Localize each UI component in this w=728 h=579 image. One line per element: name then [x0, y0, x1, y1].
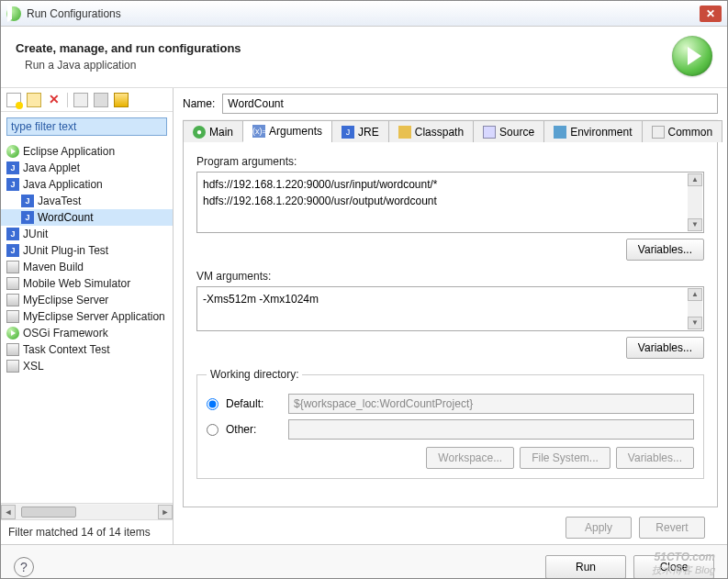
app-icon [6, 294, 19, 306]
tree-item-label: Task Context Test [23, 343, 110, 356]
page-subtitle: Run a Java application [25, 59, 672, 72]
tab-environment[interactable]: Environment [543, 120, 642, 142]
default-radio[interactable] [207, 398, 218, 410]
run-orb-icon [672, 36, 712, 76]
common-icon [652, 126, 665, 139]
tab-label: Source [499, 126, 534, 139]
tree-item-maven-build[interactable]: Maven Build [1, 259, 173, 275]
tab-main[interactable]: ●Main [183, 120, 243, 142]
tab-label: Arguments [269, 125, 322, 138]
scroll-up-icon[interactable]: ▲ [688, 288, 702, 301]
tree-item-label: MyEclipse Server [23, 294, 108, 306]
tree-item-eclipse-application[interactable]: Eclipse Application [1, 143, 173, 160]
tree-item-junit[interactable]: JJUnit [1, 226, 173, 242]
tree-item-java-applet[interactable]: JJava Applet [1, 160, 173, 176]
filter-input[interactable] [6, 117, 167, 136]
tab-label: Environment [570, 126, 632, 139]
jre-icon: J [342, 126, 354, 139]
other-label: Other: [226, 423, 281, 436]
name-label: Name: [183, 97, 215, 110]
env-icon [554, 126, 566, 139]
tree-item-myeclipse-server[interactable]: MyEclipse Server [1, 292, 173, 308]
program-args-variables-button[interactable]: Variables... [626, 239, 704, 261]
filter-icon[interactable] [114, 93, 129, 107]
tree-item-label: WordCount [38, 211, 93, 224]
expand-all-icon[interactable] [73, 93, 88, 107]
default-dir-input [288, 394, 694, 414]
other-radio[interactable] [207, 424, 218, 436]
args-icon: (x)= [252, 125, 265, 138]
horizontal-scrollbar[interactable]: ◄ ► [1, 503, 173, 519]
vm-args-input[interactable] [197, 287, 703, 328]
revert-button[interactable]: Revert [639, 517, 705, 539]
working-dir-legend: Working directory: [207, 368, 302, 381]
tab-jre[interactable]: JJRE [331, 120, 389, 142]
app-icon [6, 310, 19, 323]
run-icon [6, 327, 19, 340]
help-icon[interactable]: ? [14, 557, 34, 577]
tab-arguments[interactable]: (x)=Arguments [242, 120, 332, 142]
close-icon[interactable]: ✕ [700, 6, 722, 22]
tree-item-label: JavaTest [38, 195, 81, 207]
tree-item-mobile-web-simulator[interactable]: Mobile Web Simulator [1, 275, 173, 292]
default-label: Default: [226, 397, 281, 410]
config-tree[interactable]: Eclipse ApplicationJJava AppletJJava App… [1, 141, 173, 503]
tab-label: Classpath [415, 126, 464, 139]
cp-icon [398, 126, 411, 139]
program-args-label: Program arguments: [196, 155, 704, 168]
other-dir-input[interactable] [288, 419, 694, 440]
scroll-left-icon[interactable]: ◄ [1, 505, 16, 519]
scroll-down-icon[interactable]: ▼ [688, 218, 702, 231]
close-button[interactable]: Close [633, 555, 714, 579]
java-icon: J [6, 228, 19, 240]
run-icon [6, 145, 19, 158]
app-icon [6, 261, 19, 273]
vm-args-label: VM arguments: [196, 270, 704, 283]
wd-variables-button[interactable]: Variables... [616, 447, 694, 469]
tree-item-xsl[interactable]: XSL [1, 358, 173, 374]
tree-item-label: JUnit [23, 228, 48, 240]
java-icon: J [21, 211, 34, 224]
tab-classpath[interactable]: Classpath [388, 120, 474, 142]
tab-common[interactable]: Common [642, 120, 723, 142]
vm-args-variables-button[interactable]: Variables... [626, 337, 704, 359]
collapse-all-icon[interactable] [94, 93, 108, 107]
app-icon [6, 343, 19, 356]
tree-item-label: Eclipse Application [23, 145, 115, 158]
filesystem-button[interactable]: File System... [520, 447, 610, 469]
new-config-icon[interactable] [6, 93, 21, 107]
main-icon: ● [193, 126, 206, 139]
tree-item-task-context-test[interactable]: Task Context Test [1, 341, 173, 358]
window-title: Run Configurations [27, 7, 700, 20]
tree-item-javatest[interactable]: JJavaTest [1, 193, 173, 209]
filter-status: Filter matched 14 of 14 items [1, 519, 173, 544]
tree-item-osgi-framework[interactable]: OSGi Framework [1, 325, 173, 341]
duplicate-config-icon[interactable] [27, 93, 41, 107]
tree-item-label: Maven Build [23, 261, 84, 273]
page-title: Create, manage, and run configurations [16, 41, 672, 55]
tab-label: Main [209, 126, 233, 139]
tree-item-myeclipse-server-application[interactable]: MyEclipse Server Application [1, 308, 173, 325]
tree-item-label: OSGi Framework [23, 327, 108, 340]
apply-button[interactable]: Apply [566, 517, 632, 539]
tree-item-java-application[interactable]: JJava Application [1, 176, 173, 193]
scroll-right-icon[interactable]: ► [158, 505, 173, 519]
name-input[interactable] [222, 94, 718, 114]
app-icon [6, 6, 21, 21]
tab-label: Common [668, 126, 713, 139]
scroll-up-icon[interactable]: ▲ [688, 173, 702, 186]
java-icon: J [6, 161, 19, 174]
program-args-input[interactable] [197, 173, 703, 229]
tree-item-label: MyEclipse Server Application [23, 310, 165, 323]
tab-source[interactable]: Source [473, 120, 544, 142]
tree-item-wordcount[interactable]: JWordCount [1, 209, 173, 226]
delete-config-icon[interactable]: ✕ [47, 93, 62, 107]
tree-item-label: JUnit Plug-in Test [23, 244, 108, 257]
scroll-down-icon[interactable]: ▼ [688, 317, 702, 329]
tree-item-junit-plug-in-test[interactable]: JJUnit Plug-in Test [1, 242, 173, 259]
app-icon [6, 360, 19, 373]
workspace-button[interactable]: Workspace... [426, 447, 514, 469]
java-icon: J [21, 195, 34, 207]
run-button[interactable]: Run [545, 555, 626, 579]
java-icon: J [6, 178, 19, 191]
